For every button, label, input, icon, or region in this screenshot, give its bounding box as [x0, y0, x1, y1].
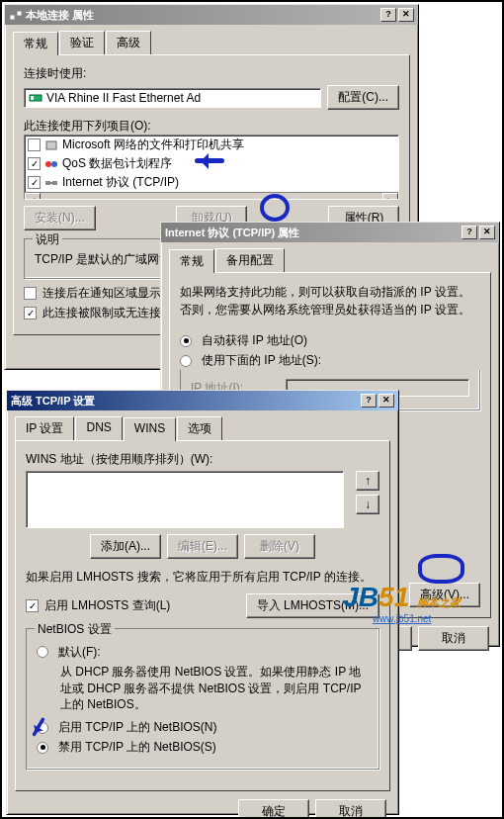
close-button[interactable]: ✕ [378, 394, 394, 408]
tab-alternate[interactable]: 备用配置 [215, 248, 285, 272]
help-button[interactable]: ? [462, 226, 477, 239]
checkbox[interactable] [24, 287, 37, 300]
uses-items-label: 此连接使用下列项目(O): [24, 118, 399, 135]
tab-advanced[interactable]: 高级 [106, 31, 151, 54]
service-icon [44, 139, 58, 151]
advanced-button[interactable]: 高级(V)... [409, 583, 480, 607]
enable-lmhosts-row[interactable]: ✓ 启用 LMHOSTS 查询(L) [26, 597, 170, 614]
manual-ip-radio-row[interactable]: 使用下面的 IP 地址(S): [180, 352, 480, 369]
window-title: Internet 协议 (TCP/IP) 属性 [165, 226, 462, 240]
netbios-default-row[interactable]: 默认(F): [37, 644, 369, 661]
radio[interactable] [37, 742, 48, 754]
netbios-enable-row[interactable]: 启用 TCP/IP 上的 NetBIOS(N) [37, 719, 369, 736]
checkbox[interactable] [28, 138, 41, 151]
tab-wins[interactable]: WINS [124, 417, 176, 441]
svg-point-6 [45, 161, 51, 167]
scrollbar[interactable]: ◄ ► [25, 192, 398, 200]
svg-rect-1 [17, 11, 22, 16]
checkbox[interactable]: ✓ [28, 157, 41, 170]
radio[interactable] [180, 355, 192, 367]
tab-options[interactable]: 选项 [177, 416, 222, 440]
edit-button[interactable]: 编辑(E)... [167, 534, 238, 559]
advanced-tcpip-window: 高级 TCP/IP 设置 ? ✕ IP 设置 DNS WINS 选项 WINS … [6, 390, 399, 815]
lmhosts-info: 如果启用 LMHOSTS 搜索，它将应用于所有启用 TCP/IP 的连接。 [26, 569, 379, 586]
list-item[interactable]: ✓ Internet 协议 (TCP/IP) [25, 173, 398, 192]
titlebar[interactable]: Internet 协议 (TCP/IP) 属性 ? ✕ [161, 223, 499, 242]
titlebar[interactable]: 本地连接 属性 ? ✕ [5, 5, 418, 25]
svg-rect-4 [31, 96, 34, 100]
arrow-down-icon: ↓ [365, 498, 371, 511]
list-item[interactable]: Microsoft 网络的文件和打印机共享 [25, 136, 398, 154]
scroll-left-icon[interactable]: ◄ [25, 193, 41, 200]
window-title: 高级 TCP/IP 设置 [11, 394, 361, 409]
connect-using-label: 连接时使用: [24, 65, 399, 82]
close-button[interactable]: ✕ [398, 8, 414, 22]
wins-addresses-label: WINS 地址（按使用顺序排列）(W): [26, 451, 379, 468]
svg-rect-9 [52, 181, 57, 185]
close-button[interactable]: ✕ [479, 226, 495, 239]
checkbox[interactable]: ✓ [28, 176, 41, 189]
checkbox[interactable]: ✓ [26, 599, 39, 612]
description-title: 说明 [33, 231, 62, 248]
scroll-right-icon[interactable]: ► [382, 193, 398, 200]
wins-listbox[interactable] [26, 471, 344, 528]
radio[interactable] [180, 335, 192, 347]
help-button[interactable]: ? [380, 8, 396, 22]
tab-general[interactable]: 常规 [13, 32, 58, 55]
import-lmhosts-button[interactable]: 导入 LMHOSTS(M)... [246, 593, 379, 618]
tab-strip: 常规 备用配置 [161, 242, 499, 272]
tab-general[interactable]: 常规 [169, 249, 214, 273]
qos-icon [44, 158, 58, 170]
tab-ip-settings[interactable]: IP 设置 [15, 416, 74, 440]
adapter-field: VIA Rhine II Fast Ethernet Ad [24, 88, 321, 108]
move-up-button[interactable]: ↑ [356, 471, 379, 491]
components-listbox[interactable]: Microsoft 网络的文件和打印机共享 ✓ QoS 数据包计划程序 ✓ In… [24, 135, 399, 200]
svg-point-7 [51, 161, 57, 167]
arrow-up-icon: ↑ [365, 474, 371, 488]
remove-button[interactable]: 删除(V) [244, 534, 315, 559]
cancel-button[interactable]: 取消 [315, 799, 386, 819]
window-title: 本地连接 属性 [26, 8, 380, 23]
manual-ip-label: 使用下面的 IP 地址(S): [202, 352, 321, 369]
item-label: Microsoft 网络的文件和打印机共享 [62, 136, 244, 153]
add-button[interactable]: 添加(A)... [90, 534, 161, 559]
tcpip-icon [44, 177, 58, 189]
svg-rect-8 [45, 181, 50, 185]
tab-strip: 常规 验证 高级 [5, 25, 418, 54]
radio[interactable] [37, 646, 48, 658]
netbios-default-label: 默认(F): [58, 644, 101, 661]
list-item[interactable]: ✓ QoS 数据包计划程序 [25, 154, 398, 173]
svg-rect-5 [46, 141, 56, 149]
netbios-disable-label: 禁用 TCP/IP 上的 NetBIOS(S) [58, 739, 216, 756]
move-down-button[interactable]: ↓ [356, 495, 379, 514]
netbios-title: NetBIOS 设置 [35, 621, 115, 638]
checkbox[interactable]: ✓ [24, 307, 37, 319]
configure-button[interactable]: 配置(C)... [327, 85, 399, 110]
cancel-button[interactable]: 取消 [418, 626, 489, 651]
auto-ip-radio-row[interactable]: 自动获得 IP 地址(O) [180, 332, 480, 349]
enable-lmhosts-label: 启用 LMHOSTS 查询(L) [44, 597, 170, 614]
tab-panel: WINS 地址（按使用顺序排列）(W): ↑ ↓ 添加(A)... 编辑(E).… [15, 440, 390, 791]
titlebar[interactable]: 高级 TCP/IP 设置 ? ✕ [7, 391, 398, 410]
nic-icon [29, 92, 42, 104]
tab-auth[interactable]: 验证 [59, 31, 105, 54]
info-text: 如果网络支持此功能，则可以获取自动指派的 IP 设置。否则，您需要从网络系统管理… [180, 283, 480, 318]
install-button[interactable]: 安装(N)... [24, 206, 96, 230]
ok-button[interactable]: 确定 [238, 799, 309, 819]
tab-strip: IP 设置 DNS WINS 选项 [7, 410, 398, 440]
netbios-default-desc: 从 DHCP 服务器使用 NetBIOS 设置。如果使用静态 IP 地址或 DH… [60, 664, 369, 713]
item-label: Internet 协议 (TCP/IP) [62, 174, 179, 191]
radio[interactable] [37, 722, 48, 734]
netbios-enable-label: 启用 TCP/IP 上的 NetBIOS(N) [58, 719, 216, 736]
netbios-disable-row[interactable]: 禁用 TCP/IP 上的 NetBIOS(S) [37, 739, 369, 756]
item-label: QoS 数据包计划程序 [62, 155, 172, 172]
auto-ip-label: 自动获得 IP 地址(O) [202, 332, 307, 349]
help-button[interactable]: ? [361, 394, 377, 408]
tab-dns[interactable]: DNS [75, 416, 122, 440]
svg-rect-0 [10, 15, 15, 20]
adapter-name: VIA Rhine II Fast Ethernet Ad [46, 91, 201, 105]
network-icon [9, 8, 23, 22]
